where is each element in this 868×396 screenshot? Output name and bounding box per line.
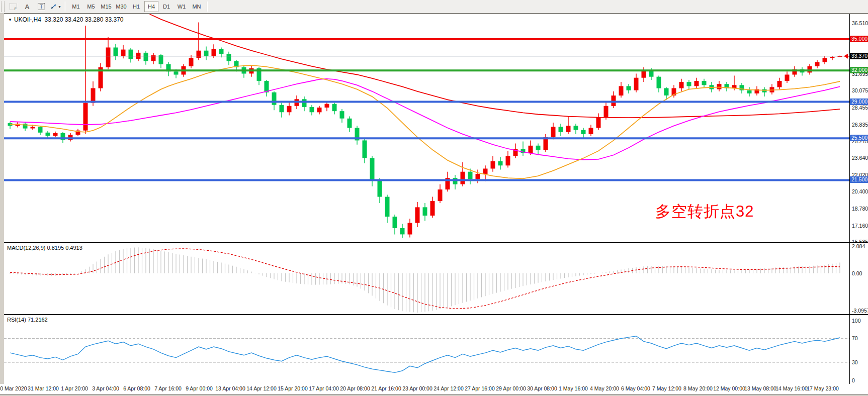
timeframe-m15-button[interactable]: M15	[99, 1, 113, 12]
font-a-icon: A	[25, 3, 29, 11]
time-axis-label: 20 Apr 08:00	[340, 385, 370, 391]
rsi-tick: 30	[852, 359, 858, 365]
chart-annotation-text: 多空转折点32	[655, 201, 754, 222]
macd-tick: 2.084	[852, 243, 865, 249]
time-axis-label: 4 May 20:00	[590, 385, 619, 391]
time-axis-label: 1 Apr 20:00	[61, 385, 88, 391]
rsi-pane[interactable]: RSI(14) 71.2162 10070300	[4, 315, 868, 384]
time-axis-label: 3 Apr 04:00	[92, 385, 119, 391]
grid-icon: F	[10, 4, 17, 10]
chart-title: ▼UKOil-,H4 33.320 33.420 33.280 33.370	[8, 16, 123, 23]
window-bottom-frame	[0, 394, 868, 396]
macd-pane[interactable]: MACD(12,26,9) 0.8195 0.4913 2.0840.00-3.…	[4, 243, 868, 315]
draw-arrows-icon	[50, 3, 57, 10]
price-tick: 26.835	[852, 122, 868, 128]
price-pane[interactable]: ▼UKOil-,H4 33.320 33.420 33.280 33.370 多…	[4, 14, 868, 243]
time-axis-label: 7 Apr 16:00	[154, 385, 182, 391]
time-axis-label: 12 May 00:00	[713, 385, 745, 391]
timeframe-h4-button[interactable]: H4	[144, 1, 158, 12]
price-badge: 29.000	[850, 98, 868, 105]
price-tick: 17.160	[852, 223, 868, 229]
macd-label: MACD(12,26,9) 0.8195 0.4913	[7, 245, 82, 251]
time-axis-label: 17 May 23:00	[807, 385, 839, 391]
toolbar-separator	[65, 2, 66, 12]
rsi-label: RSI(14) 71.2162	[7, 317, 48, 323]
draw-arrows-button[interactable]: ▾	[49, 1, 62, 12]
price-tick: 23.640	[852, 155, 868, 161]
price-badge: 32.000	[850, 67, 868, 73]
time-axis-label: 1 May 16:00	[559, 385, 588, 391]
text-t-icon: T	[38, 3, 45, 10]
timeframe-w1-button[interactable]: W1	[175, 1, 189, 12]
timeframe-d1-button[interactable]: D1	[159, 1, 173, 12]
price-badge: 35.000	[850, 36, 868, 42]
toolbar: F A T ▾ M1M5M15M30H1H4D1W1MN	[0, 0, 868, 14]
time-axis-label: 14 May 16:00	[775, 385, 808, 391]
price-tick: 18.780	[852, 206, 868, 212]
rsi-tick: 70	[852, 335, 858, 341]
price-tick: 28.455	[852, 105, 868, 111]
time-axis-label: 14 Apr 12:00	[246, 385, 277, 391]
timeframe-group: M1M5M15M30H1H4D1W1MN	[68, 1, 204, 12]
rsi-canvas[interactable]	[4, 315, 849, 384]
macd-tick: 0.00	[852, 270, 862, 276]
macd-axis[interactable]: 2.0840.00-3.0957	[849, 243, 868, 314]
chevron-down-icon: ▾	[58, 5, 60, 9]
trading-terminal-window: F A T ▾ M1M5M15M30H1H4D1W1MN ▼UKOil-,H4 …	[0, 0, 868, 396]
macd-canvas[interactable]	[4, 243, 849, 314]
timeframe-m30-button[interactable]: M30	[114, 1, 128, 12]
timeframe-mn-button[interactable]: MN	[190, 1, 204, 12]
ohlc-values: 33.320 33.420 33.280 33.370	[45, 16, 124, 23]
price-badge: 25.500	[850, 135, 868, 141]
chart-area: ▼UKOil-,H4 33.320 33.420 33.280 33.370 多…	[0, 14, 868, 396]
time-axis-label: 30 Mar 2020	[0, 385, 27, 391]
time-axis-label: 13 Apr 04:00	[215, 385, 245, 391]
rsi-tick: 0	[852, 377, 855, 383]
time-axis-label: 7 May 12:00	[652, 385, 681, 391]
price-axis[interactable]: 36.51031.69530.07528.45526.83525.21523.6…	[849, 14, 868, 242]
time-axis-label: 15 Apr 20:00	[278, 385, 308, 391]
time-axis-label: 27 Apr 16:00	[465, 385, 495, 391]
time-axis-label: 24 Apr 12:00	[433, 385, 464, 391]
time-axis-label: 6 Apr 08:00	[123, 385, 150, 391]
price-badge: 33.370	[850, 53, 868, 59]
time-axis-label: 8 May 20:00	[683, 385, 713, 391]
timeframe-m5-button[interactable]: M5	[84, 1, 98, 12]
price-badge: 21.500	[850, 176, 868, 183]
chevron-down-icon: ▼	[8, 18, 12, 22]
font-button[interactable]: A	[21, 1, 34, 12]
time-axis-label: 31 Mar 12:00	[28, 385, 59, 391]
time-axis-label: 23 Apr 00:00	[402, 385, 432, 391]
price-tick: 36.510	[852, 20, 868, 26]
time-axis-label: 21 Apr 16:00	[371, 385, 401, 391]
time-axis-label: 17 Apr 04:00	[309, 385, 339, 391]
toolbar-separator	[207, 2, 208, 12]
text-label-button[interactable]: T	[35, 1, 48, 12]
macd-tick: -3.0957	[852, 308, 868, 314]
indicator-grid-icon[interactable]: F	[7, 1, 20, 12]
toolbar-grip[interactable]	[1, 2, 5, 12]
timeframe-h1-button[interactable]: H1	[129, 1, 143, 12]
price-tick: 20.400	[852, 188, 868, 194]
symbol-period-label: UKOil-,H4	[14, 16, 41, 23]
time-axis[interactable]: 30 Mar 202031 Mar 12:001 Apr 20:003 Apr …	[0, 384, 868, 394]
time-axis-label: 6 May 04:00	[621, 385, 650, 391]
price-tick: 30.075	[852, 87, 868, 93]
rsi-axis[interactable]: 10070300	[849, 315, 868, 384]
timeframe-m1-button[interactable]: M1	[69, 1, 83, 12]
time-axis-label: 29 Apr 00:00	[496, 385, 526, 391]
time-axis-label: 13 May 08:00	[744, 385, 776, 391]
time-axis-label: 9 Apr 00:00	[186, 385, 213, 391]
rsi-tick: 100	[852, 318, 861, 324]
time-axis-label: 30 Apr 08:00	[527, 385, 557, 391]
